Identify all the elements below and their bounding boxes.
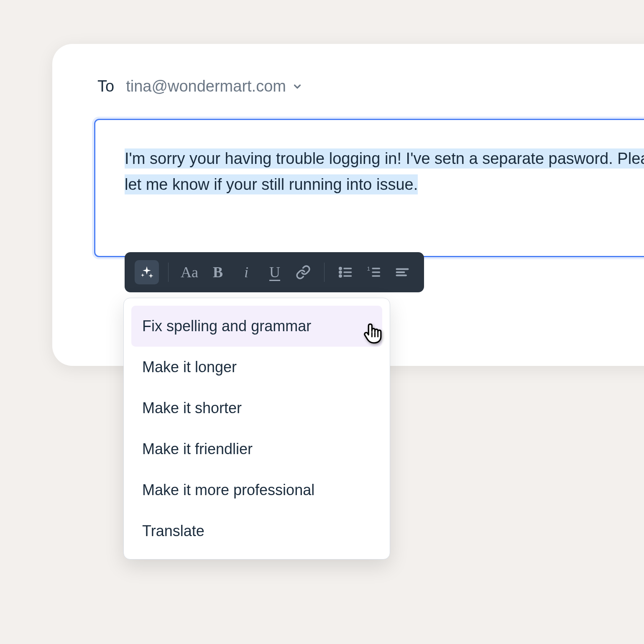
numbered-list-button[interactable]: 1 [362,261,386,284]
link-button[interactable] [291,261,315,284]
align-button[interactable] [391,261,414,284]
message-editor[interactable]: I'm sorry your having trouble logging in… [94,119,644,257]
svg-point-0 [340,268,342,270]
ai-menu-more-professional[interactable]: Make it more professional [131,470,382,511]
compose-card: To tina@wondermart.com I'm sorry your ha… [52,44,644,366]
toolbar-divider [324,263,325,282]
toolbar-divider [168,263,169,282]
font-size-button[interactable]: Aa [178,261,201,284]
ai-suggestions-menu: Fix spelling and grammar Make it longer … [123,298,390,560]
italic-button[interactable]: i [235,261,258,284]
ai-menu-translate[interactable]: Translate [131,511,382,552]
svg-text:1: 1 [367,266,371,272]
ai-menu-make-longer[interactable]: Make it longer [131,347,382,388]
svg-point-1 [340,271,342,273]
numbered-list-icon: 1 [366,265,381,280]
recipient-email-value: tina@wondermart.com [126,77,286,95]
svg-point-2 [340,275,342,277]
ai-menu-fix-spelling[interactable]: Fix spelling and grammar [131,306,382,347]
link-icon [296,265,311,280]
bullet-list-button[interactable] [334,261,357,284]
chevron-down-icon [292,81,303,92]
formatting-toolbar: Aa B i U 1 [125,252,424,292]
recipient-row: To tina@wondermart.com [94,77,644,95]
sparkle-icon [140,265,154,279]
ai-assist-button[interactable] [135,260,159,284]
underline-button[interactable]: U [263,261,286,284]
to-label: To [97,77,114,95]
pointer-cursor-icon [362,322,383,344]
align-icon [395,265,410,280]
ai-menu-make-friendlier[interactable]: Make it friendlier [131,429,382,470]
ai-menu-make-shorter[interactable]: Make it shorter [131,388,382,429]
recipient-email-dropdown[interactable]: tina@wondermart.com [126,77,303,95]
bullet-list-icon [338,265,353,280]
bold-button[interactable]: B [206,261,230,284]
selected-text: I'm sorry your having trouble logging in… [125,148,644,194]
